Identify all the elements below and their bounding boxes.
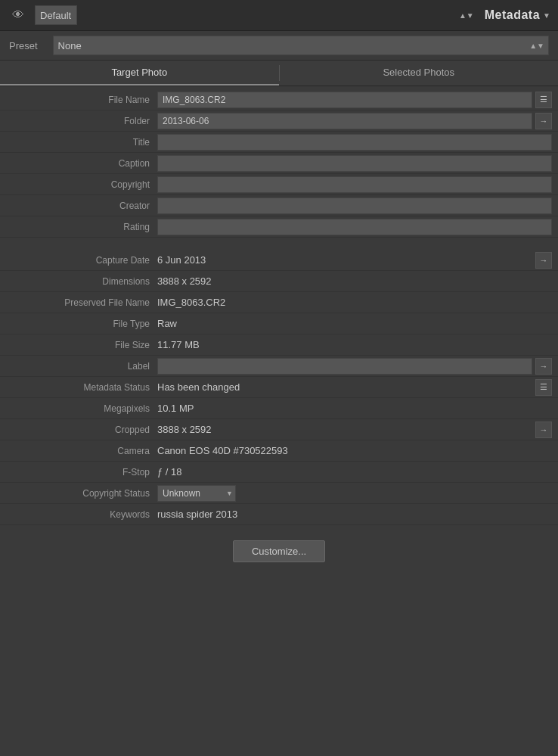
- tab-selected-photos[interactable]: Selected Photos: [280, 61, 559, 86]
- field-row-cropped: Cropped 3888 x 2592 →: [0, 419, 558, 440]
- field-value-wrapper-file-type: Raw: [157, 318, 552, 329]
- field-row-title: Title: [0, 132, 558, 153]
- field-input-creator[interactable]: [157, 198, 552, 214]
- field-value-preserved-file-name: IMG_8063.CR2: [157, 297, 552, 308]
- field-label-creator: Creator: [6, 201, 157, 211]
- field-input-copyright[interactable]: [157, 176, 552, 193]
- field-value-file-size: 11.77 MB: [157, 339, 552, 350]
- field-label-copyright-status: Copyright Status: [6, 488, 157, 499]
- field-row-rating: Rating: [0, 216, 558, 238]
- metadata-dropdown-arrow[interactable]: ▼: [543, 11, 550, 20]
- fields-section-1: File Name ☰ Folder → Title Caption Copyr…: [0, 86, 558, 241]
- field-input-rating[interactable]: [157, 219, 552, 235]
- field-row-file-name: File Name ☰: [0, 89, 558, 110]
- capture-date-arrow-icon[interactable]: →: [535, 252, 552, 269]
- field-value-wrapper-camera: Canon EOS 40D #730522593: [157, 445, 552, 456]
- field-value-dimensions: 3888 x 2592: [157, 275, 552, 287]
- field-label-folder: Folder: [6, 116, 157, 126]
- field-value-file-type: Raw: [157, 318, 552, 329]
- section-spacer-1: [0, 241, 558, 247]
- file-name-list-icon[interactable]: ☰: [535, 92, 552, 108]
- field-label-preserved-file-name: Preserved File Name: [6, 297, 157, 308]
- field-row-copyright-status: Copyright Status Unknown Copyrighted Pub…: [0, 483, 558, 504]
- field-value-megapixels: 10.1 MP: [157, 403, 552, 414]
- field-row-preserved-file-name: Preserved File Name IMG_8063.CR2: [0, 292, 558, 313]
- field-value-wrapper-dimensions: 3888 x 2592: [157, 275, 552, 287]
- field-value-wrapper-preserved-file-name: IMG_8063.CR2: [157, 297, 552, 308]
- field-row-label: Label →: [0, 356, 558, 377]
- field-row-folder: Folder →: [0, 110, 558, 132]
- copyright-status-select[interactable]: Unknown Copyrighted Public Domain: [157, 485, 236, 502]
- field-label-file-type: File Type: [6, 319, 157, 329]
- field-value-capture-date: 6 Jun 2013: [157, 254, 532, 266]
- field-label-keywords: Keywords: [6, 509, 157, 520]
- field-value-wrapper-file-name: ☰: [157, 92, 552, 108]
- field-value-wrapper-creator: [157, 198, 552, 214]
- field-label-metadata-status: Metadata Status: [6, 382, 157, 393]
- preset-field-wrapper: None ▲▼: [53, 36, 549, 55]
- field-value-wrapper-caption: [157, 155, 552, 172]
- field-label-megapixels: Megapixels: [6, 403, 157, 414]
- field-value-wrapper-folder: →: [157, 113, 552, 129]
- field-value-wrapper-copyright-status: Unknown Copyrighted Public Domain ▼: [157, 485, 552, 502]
- label-arrow-icon[interactable]: →: [535, 358, 552, 375]
- field-value-wrapper-megapixels: 10.1 MP: [157, 403, 552, 414]
- field-value-wrapper-cropped: 3888 x 2592 →: [157, 422, 552, 438]
- field-label-rating: Rating: [6, 222, 157, 232]
- field-value-keywords: russia spider 2013: [157, 509, 552, 520]
- field-value-wrapper-f-stop: ƒ / 18: [157, 466, 552, 478]
- copyright-status-select-wrapper: Unknown Copyrighted Public Domain ▼: [157, 485, 236, 502]
- field-input-label[interactable]: [157, 358, 532, 375]
- cropped-arrow-icon[interactable]: →: [535, 422, 552, 438]
- field-label-label: Label: [6, 361, 157, 372]
- field-value-f-stop: ƒ / 18: [157, 466, 552, 478]
- customize-row: Customize...: [0, 528, 558, 574]
- preset-dropdown[interactable]: Default: [35, 5, 77, 25]
- customize-button[interactable]: Customize...: [233, 540, 325, 562]
- field-value-wrapper-rating: [157, 219, 552, 235]
- field-row-capture-date: Capture Date 6 Jun 2013 →: [0, 250, 558, 271]
- field-label-caption: Caption: [6, 158, 157, 169]
- field-row-copyright: Copyright: [0, 174, 558, 195]
- field-input-folder[interactable]: [157, 113, 532, 129]
- field-value-wrapper-copyright: [157, 176, 552, 193]
- field-input-file-name[interactable]: [157, 92, 532, 108]
- field-label-file-size: File Size: [6, 340, 157, 350]
- metadata-title-group: Metadata ▼: [485, 8, 550, 22]
- preset-row: Preset None ▲▼: [0, 31, 558, 61]
- field-value-wrapper-file-size: 11.77 MB: [157, 339, 552, 350]
- field-value-wrapper-label: →: [157, 358, 552, 375]
- field-row-file-type: File Type Raw: [0, 313, 558, 334]
- preset-dropdown-arrow: ▲▼: [459, 11, 474, 20]
- field-value-cropped: 3888 x 2592: [157, 424, 532, 435]
- field-label-file-name: File Name: [6, 95, 157, 105]
- field-label-title: Title: [6, 137, 157, 148]
- field-row-megapixels: Megapixels 10.1 MP: [0, 398, 558, 419]
- field-label-dimensions: Dimensions: [6, 276, 157, 287]
- metadata-title: Metadata: [485, 8, 540, 22]
- preset-row-label: Preset: [9, 40, 38, 51]
- field-value-wrapper-title: [157, 134, 552, 151]
- field-value-camera: Canon EOS 40D #730522593: [157, 445, 552, 456]
- field-value-wrapper-metadata-status: Has been changed ☰: [157, 379, 552, 396]
- tabs-row: Target Photo Selected Photos: [0, 61, 558, 86]
- field-input-title[interactable]: [157, 134, 552, 151]
- field-row-file-size: File Size 11.77 MB: [0, 334, 558, 356]
- field-row-dimensions: Dimensions 3888 x 2592: [0, 271, 558, 292]
- folder-arrow-icon[interactable]: →: [535, 113, 552, 129]
- field-value-metadata-status: Has been changed: [157, 381, 532, 393]
- field-row-creator: Creator: [0, 195, 558, 216]
- field-row-keywords: Keywords russia spider 2013: [0, 504, 558, 525]
- fields-section-2: Capture Date 6 Jun 2013 → Dimensions 388…: [0, 247, 558, 528]
- field-label-camera: Camera: [6, 446, 157, 456]
- field-value-wrapper-capture-date: 6 Jun 2013 →: [157, 252, 552, 269]
- tab-target-photo[interactable]: Target Photo: [0, 61, 279, 86]
- field-input-caption[interactable]: [157, 155, 552, 172]
- preset-dropdown-wrapper: Default ▲▼: [35, 5, 479, 25]
- field-value-wrapper-keywords: russia spider 2013: [157, 509, 552, 520]
- field-row-camera: Camera Canon EOS 40D #730522593: [0, 440, 558, 462]
- metadata-status-list-icon[interactable]: ☰: [535, 379, 552, 396]
- eye-icon[interactable]: 👁: [8, 5, 29, 26]
- preset-field-select[interactable]: None: [53, 36, 549, 55]
- field-label-capture-date: Capture Date: [6, 255, 157, 266]
